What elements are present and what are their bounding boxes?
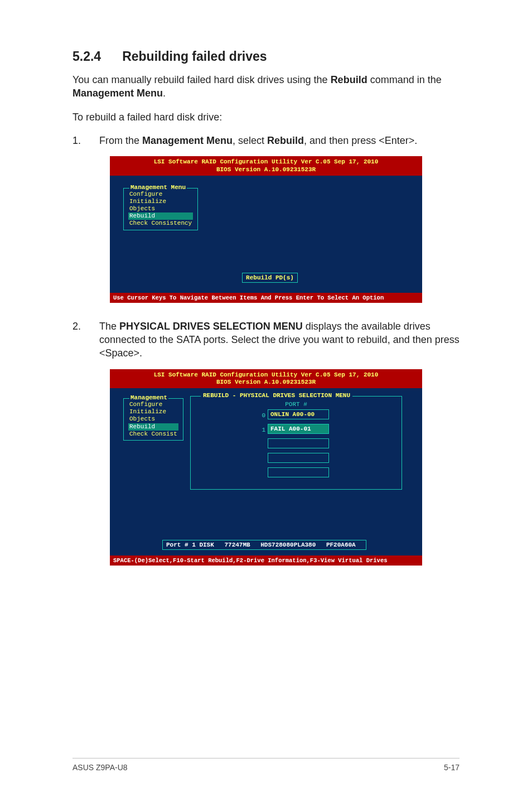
physical-drives-selection-menu: REBUILD - PHYSICAL DRIVES SELECTION MENU…: [190, 396, 402, 490]
text: The: [99, 321, 119, 332]
port-cell-empty: [268, 453, 329, 463]
menu-item[interactable]: Initialize: [128, 198, 193, 205]
text: , select: [233, 135, 267, 146]
port-index: 1: [260, 427, 265, 433]
step-text: From the Management Menu, select Rebuild…: [99, 134, 460, 147]
bios-header: LSI Software RAID Configuration Utility …: [110, 156, 422, 176]
port-cell[interactable]: ONLIN A00-00: [268, 409, 329, 419]
bios-header-line2: BIOS Version A.10.09231523R: [110, 379, 422, 386]
port-header: PORT #: [260, 401, 332, 408]
page-footer: ASUS Z9PA-U8 5-17: [72, 758, 460, 772]
bold-text: Management Menu: [142, 135, 233, 146]
bold-text: Rebuild: [331, 74, 367, 85]
status-line: SPACE-(De)Select,F10-Start Rebuild,F2-Dr…: [110, 555, 422, 566]
menu-item[interactable]: Configure: [128, 191, 193, 198]
bios-header-line2: BIOS Version A.10.09231523R: [110, 166, 422, 174]
menu-item[interactable]: Objects: [128, 416, 178, 423]
section-heading: 5.2.4 Rebuilding failed drives: [72, 49, 460, 64]
management-menu: Management Menu ConfigureInitializeObjec…: [123, 188, 198, 230]
rebuild-title: REBUILD - PHYSICAL DRIVES SELECTION MENU: [201, 392, 352, 399]
port-table: PORT # 0ONLIN A00-001FAIL A00-01: [260, 401, 332, 480]
intro-paragraph-2: To rebuild a failed hard disk drive:: [72, 110, 460, 124]
text: .: [163, 88, 166, 99]
port-info-box: Port # 1 DISK 77247MB HDS728080PLA380 PF…: [162, 540, 366, 550]
menu-list: ConfigureInitializeObjectsRebuildCheck C…: [128, 191, 193, 228]
port-info-port: Port # 1 DISK: [166, 542, 214, 548]
port-cell[interactable]: FAIL A00-01: [268, 424, 329, 434]
bold-text: Rebuild: [267, 135, 304, 146]
step-number: 2.: [72, 320, 83, 360]
menu-title: Management: [129, 394, 168, 401]
section-number: 5.2.4: [72, 49, 101, 64]
bios-header: LSI Software RAID Configuration Utility …: [110, 369, 422, 389]
text: You can manually rebuild failed hard dis…: [72, 74, 331, 85]
port-info-fw: PF20A60A: [326, 542, 356, 548]
menu-item[interactable]: Check Consist: [128, 431, 178, 438]
port-cell-empty: [268, 467, 329, 477]
bios-body: Management Menu ConfigureInitializeObjec…: [110, 176, 422, 293]
section-title: Rebuilding failed drives: [122, 49, 267, 64]
footer-right: 5-17: [444, 763, 460, 772]
bios-header-line1: LSI Software RAID Configuration Utility …: [110, 158, 422, 166]
bold-text: PHYSICAL DRIVES SELECTION MENU: [119, 321, 303, 332]
hint-box: Rebuild PD(s): [242, 273, 298, 283]
step-text: The PHYSICAL DRIVES SELECTION MENU displ…: [99, 320, 460, 360]
text: , and then press <Enter>.: [304, 135, 417, 146]
bios-body: Management ConfigureInitializeObjectsReb…: [110, 388, 422, 555]
menu-item[interactable]: Objects: [128, 205, 193, 212]
step-number: 1.: [72, 134, 83, 147]
menu-item[interactable]: Initialize: [128, 408, 178, 416]
footer-left: ASUS Z9PA-U8: [72, 763, 128, 772]
menu-item[interactable]: Check Consistency: [128, 220, 193, 227]
bios-screenshot-1: LSI Software RAID Configuration Utility …: [110, 156, 422, 302]
menu-item[interactable]: Rebuild: [128, 212, 193, 220]
port-cell-empty: [268, 438, 329, 448]
bios-screenshot-2: LSI Software RAID Configuration Utility …: [110, 369, 422, 566]
menu-list: ConfigureInitializeObjectsRebuildCheck C…: [128, 401, 178, 438]
menu-title: Management Menu: [129, 184, 187, 191]
text: command in the: [367, 74, 442, 85]
management-menu: Management ConfigureInitializeObjectsReb…: [123, 398, 183, 441]
port-info-model: HDS728080PLA380: [260, 542, 316, 548]
bios-header-line1: LSI Software RAID Configuration Utility …: [110, 371, 422, 379]
port-index: 0: [260, 412, 265, 419]
bold-text: Management Menu: [72, 88, 163, 99]
port-info-size: 77247MB: [224, 542, 250, 548]
menu-item[interactable]: Rebuild: [128, 423, 178, 431]
status-line: Use Cursor Keys To Navigate Between Item…: [110, 293, 422, 303]
step-2: 2. The PHYSICAL DRIVES SELECTION MENU di…: [72, 320, 460, 360]
menu-item[interactable]: Configure: [128, 401, 178, 408]
text: From the: [99, 135, 142, 146]
intro-paragraph: You can manually rebuild failed hard dis…: [72, 73, 460, 100]
step-1: 1. From the Management Menu, select Rebu…: [72, 134, 460, 147]
hint-wrap: Rebuild PD(s): [123, 273, 417, 283]
